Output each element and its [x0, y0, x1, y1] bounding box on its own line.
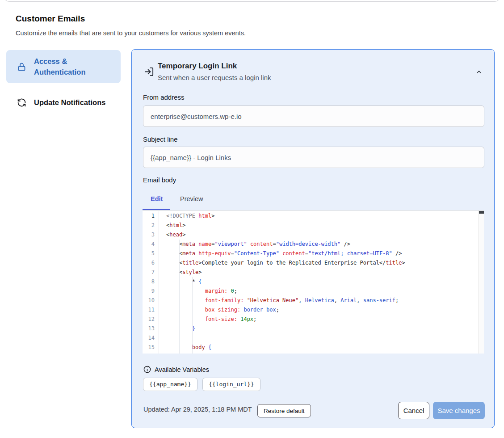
- code-line-content: <style>: [159, 268, 484, 277]
- refresh-icon: [17, 97, 26, 107]
- email-template-panel: Temporary Login Link Sent when a user re…: [131, 49, 495, 428]
- subject-line-label: Subject line: [143, 135, 178, 143]
- login-icon: [144, 67, 154, 79]
- updated-timestamp: Updated: Apr 29, 2025, 1:18 PM MDT: [143, 406, 252, 413]
- code-line-content: font-family: "Helvetica Neue", Helvetica…: [159, 296, 484, 305]
- indent-guide: [179, 258, 180, 268]
- cancel-button[interactable]: Cancel: [398, 402, 429, 419]
- indent-guide: [192, 352, 193, 354]
- sidebar-item-access-authentication[interactable]: Access & Authentication: [6, 50, 121, 83]
- email-body-label: Email body: [143, 176, 176, 184]
- code-line: 2<html>: [143, 221, 484, 230]
- save-changes-button[interactable]: Save changes: [433, 402, 485, 419]
- available-variables-label: Available Variables: [155, 366, 209, 373]
- page-title: Customer Emails: [16, 14, 85, 24]
- code-line: 14: [143, 333, 484, 343]
- sidebar-item-label: Access & Authentication: [34, 56, 92, 77]
- code-line-content: <meta http-equiv="Content-Type" content=…: [159, 249, 484, 258]
- tab-edit[interactable]: Edit: [151, 195, 163, 202]
- code-editor[interactable]: 1<!DOCTYPE html>2<html>3<head>4 <meta na…: [143, 210, 484, 354]
- indent-guide: [179, 324, 180, 333]
- indent-guide: [192, 333, 193, 343]
- sidebar-item-update-notifications[interactable]: Update Notifications: [6, 92, 121, 113]
- indent-guide: [179, 249, 180, 258]
- code-line-content: font-size: 14px;: [159, 315, 484, 324]
- editor-scrollbar[interactable]: [479, 211, 484, 354]
- line-number: 1: [143, 211, 159, 221]
- code-line: 4 <meta name="viewport" content="width=d…: [143, 240, 484, 249]
- line-number: 5: [143, 249, 159, 258]
- line-number: 14: [143, 333, 159, 343]
- code-line: 1<!DOCTYPE html>: [143, 211, 484, 221]
- code-line-content: <title>Complete your login to the Replic…: [159, 258, 484, 268]
- available-variables-row: Available Variables: [143, 366, 209, 373]
- code-line: 9 margin: 0;: [143, 286, 484, 296]
- panel-subtitle: Sent when a user requests a login link: [158, 74, 271, 81]
- line-number: 9: [143, 286, 159, 296]
- code-line: 15 body {: [143, 343, 484, 352]
- restore-default-button[interactable]: Restore default: [257, 404, 311, 417]
- from-address-input[interactable]: [143, 105, 484, 127]
- code-line-content: <!DOCTYPE html>: [159, 211, 484, 221]
- chevron-up-icon[interactable]: [475, 68, 483, 77]
- indent-guide: [192, 324, 193, 333]
- code-line-content: }: [159, 324, 484, 333]
- code-line-content: <html>: [159, 221, 484, 230]
- panel-title: Temporary Login Link: [158, 62, 237, 71]
- line-number: 4: [143, 240, 159, 249]
- code-line: 7 <style>: [143, 268, 484, 277]
- line-number: 2: [143, 221, 159, 230]
- line-number: 6: [143, 258, 159, 268]
- code-line: 6 <title>Complete your login to the Repl…: [143, 258, 484, 268]
- indent-guide: [179, 296, 180, 305]
- indent-guide: [192, 277, 193, 286]
- code-line: 3<head>: [143, 230, 484, 240]
- line-number: 12: [143, 315, 159, 324]
- indent-guide: [192, 296, 193, 305]
- variable-chip[interactable]: {{app_name}}: [143, 378, 197, 391]
- code-line-content: body {: [159, 343, 484, 352]
- indent-guide: [179, 343, 180, 352]
- line-number: 13: [143, 324, 159, 333]
- line-number: 7: [143, 268, 159, 277]
- tab-preview[interactable]: Preview: [180, 195, 203, 202]
- indent-guide: [192, 315, 193, 324]
- indent-guide: [179, 315, 180, 324]
- line-number: 11: [143, 305, 159, 315]
- code-line-content: background-color: #f9f9f9;: [159, 352, 484, 354]
- indent-guide: [179, 352, 180, 354]
- code-line-content: * {: [159, 277, 484, 286]
- code-line: 8 * {: [143, 277, 484, 286]
- previous-card-edge: [4, 0, 500, 2]
- code-line-content: margin: 0;: [159, 286, 484, 296]
- code-line-content: <head>: [159, 230, 484, 240]
- line-number: 15: [143, 343, 159, 352]
- indent-guide: [179, 286, 180, 296]
- code-line: 16 background-color: #f9f9f9;: [143, 352, 484, 354]
- lock-icon: [17, 62, 26, 72]
- subject-line-input[interactable]: [143, 147, 484, 168]
- variable-chip[interactable]: {{login_url}}: [202, 378, 260, 391]
- variable-chips: {{app_name}}{{login_url}}: [143, 378, 260, 391]
- indent-guide: [192, 343, 193, 352]
- code-lines: 1<!DOCTYPE html>2<html>3<head>4 <meta na…: [143, 211, 484, 354]
- indent-guide: [192, 305, 193, 315]
- code-line: 11 box-sizing: border-box;: [143, 305, 484, 315]
- sidebar-item-label: Update Notifications: [34, 97, 105, 108]
- line-number: 16: [143, 352, 159, 354]
- code-line-content: <meta name="viewport" content="width=dev…: [159, 240, 484, 249]
- from-address-label: From address: [143, 93, 185, 101]
- info-icon: [143, 366, 151, 373]
- indent-guide: [179, 277, 180, 286]
- code-line: 5 <meta http-equiv="Content-Type" conten…: [143, 249, 484, 258]
- page-description: Customize the emails that are sent to yo…: [16, 29, 246, 37]
- indent-guide: [179, 240, 180, 249]
- code-line: 10 font-family: "Helvetica Neue", Helvet…: [143, 296, 484, 305]
- code-line-content: [159, 333, 484, 343]
- line-number: 8: [143, 277, 159, 286]
- line-number: 3: [143, 230, 159, 240]
- indent-guide: [179, 268, 180, 277]
- editor-scrollbar-thumb[interactable]: [479, 211, 484, 214]
- indent-guide: [179, 305, 180, 315]
- indent-guide: [192, 286, 193, 296]
